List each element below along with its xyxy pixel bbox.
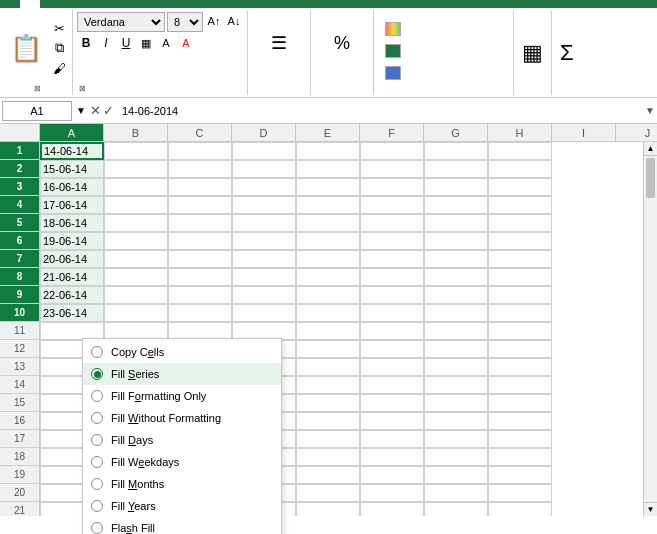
cell-b4[interactable] — [104, 196, 168, 214]
cell-e1[interactable] — [296, 142, 360, 160]
col-header-d[interactable]: D — [232, 124, 296, 141]
cell-e10[interactable] — [296, 304, 360, 322]
format-as-table-button[interactable] — [382, 41, 505, 61]
cell-h18[interactable] — [488, 448, 552, 466]
cell-e7[interactable] — [296, 250, 360, 268]
scroll-up-button[interactable]: ▲ — [644, 142, 657, 156]
cell-e4[interactable] — [296, 196, 360, 214]
context-menu-item[interactable]: Fill Formatting Only — [83, 385, 281, 407]
row-header-7[interactable]: 7 — [0, 250, 40, 268]
context-menu-item[interactable]: Fill Without Formatting — [83, 407, 281, 429]
cell-styles-button[interactable] — [382, 63, 505, 83]
editing-button[interactable]: Σ — [560, 12, 574, 93]
row-header-1[interactable]: 1 — [0, 142, 40, 160]
cell-h14[interactable] — [488, 376, 552, 394]
conditional-formatting-button[interactable] — [382, 19, 505, 39]
col-header-f[interactable]: F — [360, 124, 424, 141]
cell-g3[interactable] — [424, 178, 488, 196]
col-header-h[interactable]: H — [488, 124, 552, 141]
cell-c2[interactable] — [168, 160, 232, 178]
cell-g10[interactable] — [424, 304, 488, 322]
tab-home[interactable] — [20, 0, 40, 8]
cell-a5[interactable]: 18-06-14 — [40, 214, 104, 232]
col-header-a[interactable]: A — [40, 124, 104, 141]
cell-c1[interactable] — [168, 142, 232, 160]
cell-g12[interactable] — [424, 340, 488, 358]
tab-formulas[interactable] — [80, 0, 100, 8]
row-header-3[interactable]: 3 — [0, 178, 40, 196]
cell-a7[interactable]: 20-06-14 — [40, 250, 104, 268]
tab-insert[interactable] — [40, 0, 60, 8]
cell-h12[interactable] — [488, 340, 552, 358]
cell-h7[interactable] — [488, 250, 552, 268]
row-header-10[interactable]: 10 — [0, 304, 40, 322]
cell-e12[interactable] — [296, 340, 360, 358]
cell-d6[interactable] — [232, 232, 296, 250]
cell-g9[interactable] — [424, 286, 488, 304]
row-header-11[interactable]: 11 — [0, 322, 40, 340]
tab-data[interactable] — [100, 0, 120, 8]
cell-f21[interactable] — [360, 502, 424, 516]
cell-h11[interactable] — [488, 322, 552, 340]
cell-d8[interactable] — [232, 268, 296, 286]
cell-f14[interactable] — [360, 376, 424, 394]
clipboard-expand-icon[interactable]: ⊠ — [34, 84, 41, 93]
cell-e15[interactable] — [296, 394, 360, 412]
cell-h1[interactable] — [488, 142, 552, 160]
cell-h13[interactable] — [488, 358, 552, 376]
cell-f12[interactable] — [360, 340, 424, 358]
cell-d9[interactable] — [232, 286, 296, 304]
col-header-e[interactable]: E — [296, 124, 360, 141]
cell-f19[interactable] — [360, 466, 424, 484]
row-header-19[interactable]: 19 — [0, 466, 40, 484]
cell-f13[interactable] — [360, 358, 424, 376]
cell-f1[interactable] — [360, 142, 424, 160]
cell-e11[interactable] — [296, 322, 360, 340]
cell-e16[interactable] — [296, 412, 360, 430]
cell-a8[interactable]: 21-06-14 — [40, 268, 104, 286]
cell-g21[interactable] — [424, 502, 488, 516]
format-painter-button[interactable]: 🖌 — [50, 59, 68, 77]
context-menu-item[interactable]: Fill Days — [83, 429, 281, 451]
col-header-c[interactable]: C — [168, 124, 232, 141]
cell-h2[interactable] — [488, 160, 552, 178]
cell-a9[interactable]: 22-06-14 — [40, 286, 104, 304]
bold-button[interactable]: B — [77, 34, 95, 52]
cell-g4[interactable] — [424, 196, 488, 214]
cell-e13[interactable] — [296, 358, 360, 376]
cell-d3[interactable] — [232, 178, 296, 196]
tab-review[interactable] — [120, 0, 140, 8]
cell-g13[interactable] — [424, 358, 488, 376]
row-header-2[interactable]: 2 — [0, 160, 40, 178]
cell-g16[interactable] — [424, 412, 488, 430]
cell-f4[interactable] — [360, 196, 424, 214]
row-header-14[interactable]: 14 — [0, 376, 40, 394]
cell-g5[interactable] — [424, 214, 488, 232]
cell-h4[interactable] — [488, 196, 552, 214]
col-header-g[interactable]: G — [424, 124, 488, 141]
cell-b2[interactable] — [104, 160, 168, 178]
font-face-select[interactable]: Verdana — [77, 12, 165, 32]
cell-e9[interactable] — [296, 286, 360, 304]
row-header-18[interactable]: 18 — [0, 448, 40, 466]
font-color-button[interactable]: A — [177, 34, 195, 52]
cell-h16[interactable] — [488, 412, 552, 430]
name-box[interactable] — [2, 101, 72, 121]
cell-a10[interactable]: 23-06-14 — [40, 304, 104, 322]
cell-a4[interactable]: 17-06-14 — [40, 196, 104, 214]
context-menu-item[interactable]: Fill Series — [83, 363, 281, 385]
context-menu-item[interactable]: Fill Months — [83, 473, 281, 495]
cell-e21[interactable] — [296, 502, 360, 516]
cell-g8[interactable] — [424, 268, 488, 286]
tab-developer[interactable] — [160, 0, 180, 8]
cell-d7[interactable] — [232, 250, 296, 268]
cell-h20[interactable] — [488, 484, 552, 502]
italic-button[interactable]: I — [97, 34, 115, 52]
row-header-4[interactable]: 4 — [0, 196, 40, 214]
cell-h15[interactable] — [488, 394, 552, 412]
row-header-17[interactable]: 17 — [0, 430, 40, 448]
formula-input[interactable] — [122, 101, 645, 121]
cell-b9[interactable] — [104, 286, 168, 304]
context-menu-item[interactable]: Flash Fill — [83, 517, 281, 534]
cell-e17[interactable] — [296, 430, 360, 448]
